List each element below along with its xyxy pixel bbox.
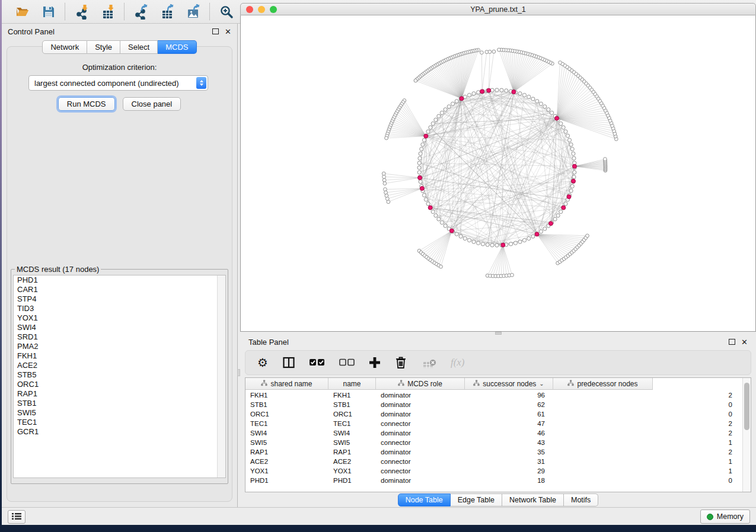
export-network-icon[interactable]: [132, 4, 150, 20]
mcds-result-item[interactable]: YOX1: [14, 313, 225, 323]
attribute-icon: [567, 380, 574, 388]
table-header: shared namenameMCDS rolesuccessor nodes⌄…: [245, 378, 743, 390]
mcds-result-item[interactable]: GCR1: [14, 427, 225, 437]
criterion-value: largest connected component (undirected): [29, 79, 196, 88]
network-titlebar: YPA_prune.txt_1: [240, 3, 756, 15]
mcds-result-title: MCDS result (17 nodes): [15, 265, 101, 274]
deselect-all-icon[interactable]: [339, 358, 355, 367]
tab-edge-table[interactable]: Edge Table: [451, 493, 502, 507]
network-view-window: YPA_prune.txt_1: [240, 3, 756, 332]
delete-table-icon: [421, 357, 436, 368]
table-row[interactable]: RAP1RAP1dominator352: [245, 447, 743, 457]
attribute-icon: [398, 380, 404, 388]
mcds-result-item[interactable]: TEC1: [14, 418, 225, 427]
table-scrollbar[interactable]: [742, 378, 751, 492]
mcds-result-item[interactable]: PMA2: [14, 342, 225, 351]
node-table: shared namenameMCDS rolesuccessor nodes⌄…: [245, 377, 751, 492]
mcds-result-item[interactable]: SWI5: [14, 408, 225, 418]
control-panel: Control Panel ✕ NetworkStyleSelectMCDS O…: [2, 24, 238, 508]
column-header-name[interactable]: name: [328, 378, 376, 390]
close-table-panel-icon[interactable]: ✕: [741, 338, 748, 346]
column-header-shared-name[interactable]: shared name: [245, 378, 328, 390]
criterion-dropdown[interactable]: largest connected component (undirected): [28, 75, 208, 91]
app-window: Control Panel ✕ NetworkStyleSelectMCDS O…: [2, 0, 756, 525]
table-row[interactable]: SWI5SWI5connector431: [245, 438, 743, 447]
table-panel-title: Table Panel: [248, 338, 289, 347]
tab-network[interactable]: Network: [42, 40, 87, 54]
network-graph: [241, 15, 755, 331]
mcds-result-item[interactable]: ORC1: [14, 380, 225, 389]
mcds-result-item[interactable]: TID3: [14, 304, 225, 313]
mcds-result-item[interactable]: ACE2: [14, 361, 225, 370]
tab-node-table[interactable]: Node Table: [398, 493, 451, 507]
mcds-result-item[interactable]: STB1: [14, 399, 225, 408]
table-row[interactable]: STB1STB1dominator620: [245, 400, 743, 409]
network-title: YPA_prune.txt_1: [241, 5, 755, 14]
network-canvas[interactable]: [240, 15, 756, 332]
mcds-result-item[interactable]: STB5: [14, 370, 225, 380]
optimization-criterion-label: Optimization criterion:: [7, 63, 232, 72]
attribute-icon: [261, 380, 267, 388]
tab-mcds[interactable]: MCDS: [158, 40, 196, 54]
zoom-in-icon[interactable]: [218, 4, 235, 20]
control-panel-titlebar: Control Panel ✕: [2, 24, 237, 39]
table-rows: FKH1FKH1dominator962STB1STB1dominator620…: [245, 390, 743, 492]
mcds-result-item[interactable]: CAR1: [14, 285, 225, 294]
table-panel-titlebar: Table Panel ✕: [240, 335, 756, 349]
dropdown-stepper-icon: [196, 77, 206, 89]
close-panel-icon[interactable]: ✕: [225, 28, 231, 36]
table-row[interactable]: YOX1YOX1connector291: [245, 466, 743, 476]
float-table-panel-icon[interactable]: [729, 339, 735, 345]
table-scrollbar-thumb[interactable]: [744, 383, 749, 430]
mcds-result-item[interactable]: FKH1: [14, 351, 225, 361]
float-panel-icon[interactable]: [212, 28, 219, 34]
table-row[interactable]: TEC1TEC1connector472: [245, 419, 743, 428]
task-history-button[interactable]: [8, 510, 25, 524]
memory-label: Memory: [717, 512, 744, 521]
export-table-icon[interactable]: [158, 4, 176, 20]
mcds-result-list: PHD1CAR1STP4TID3YOX1SWI4SRD1PMA2FKH1ACE2…: [13, 275, 226, 478]
attribute-icon: [473, 380, 480, 388]
mcds-result-item[interactable]: SWI4: [14, 323, 225, 332]
tab-select[interactable]: Select: [120, 40, 158, 54]
column-header-MCDS-role[interactable]: MCDS role: [376, 378, 465, 390]
status-bar: Memory: [2, 507, 756, 525]
table-row[interactable]: ACE2ACE2connector311: [245, 457, 743, 466]
mcds-result-item[interactable]: PHD1: [14, 275, 225, 285]
delete-icon[interactable]: [395, 356, 407, 369]
tab-motifs[interactable]: Motifs: [564, 493, 598, 507]
columns-icon[interactable]: [282, 356, 295, 369]
table-toolbar: ⚙f(x): [245, 350, 751, 375]
import-table-icon[interactable]: [99, 4, 117, 20]
mcds-result-item[interactable]: SRD1: [14, 332, 225, 342]
table-row[interactable]: ORC1ORC1dominator610: [245, 409, 743, 419]
function-icon: f(x): [451, 357, 465, 368]
mcds-result-group: MCDS result (17 nodes) PHD1CAR1STP4TID3Y…: [11, 265, 228, 484]
table-row[interactable]: SWI4SWI4dominator462: [245, 428, 743, 438]
save-session-icon[interactable]: [40, 4, 58, 20]
table-tabs: Node TableEdge TableNetwork TableMotifs: [240, 493, 756, 507]
mcds-result-item[interactable]: RAP1: [14, 389, 225, 399]
mcds-list-scrollbar[interactable]: [217, 275, 225, 477]
add-icon[interactable]: [369, 357, 381, 368]
table-row[interactable]: FKH1FKH1dominator962: [245, 390, 743, 400]
close-panel-button[interactable]: Close panel: [123, 97, 181, 111]
table-row[interactable]: PHD1PHD1dominator180: [245, 476, 743, 485]
gear-icon[interactable]: ⚙: [257, 357, 268, 368]
tab-style[interactable]: Style: [87, 40, 120, 54]
mcds-result-item[interactable]: STP4: [14, 294, 225, 304]
memory-button[interactable]: Memory: [700, 509, 750, 524]
mcds-tab-content: Optimization criterion: largest connecte…: [7, 46, 232, 502]
column-header-successor-nodes[interactable]: successor nodes⌄: [465, 378, 553, 390]
run-mcds-button[interactable]: Run MCDS: [58, 97, 115, 111]
control-panel-title: Control Panel: [8, 27, 55, 36]
sort-descending-icon: ⌄: [539, 380, 544, 387]
memory-status-icon: [707, 514, 713, 520]
export-image-icon[interactable]: [184, 4, 202, 20]
column-header-predecessor-nodes[interactable]: predecessor nodes: [553, 378, 653, 390]
import-network-icon[interactable]: [73, 4, 91, 20]
control-panel-tabs: NetworkStyleSelectMCDS: [2, 40, 237, 54]
select-all-icon[interactable]: [310, 358, 325, 367]
open-session-icon[interactable]: [14, 4, 31, 20]
tab-network-table[interactable]: Network Table: [502, 493, 564, 507]
